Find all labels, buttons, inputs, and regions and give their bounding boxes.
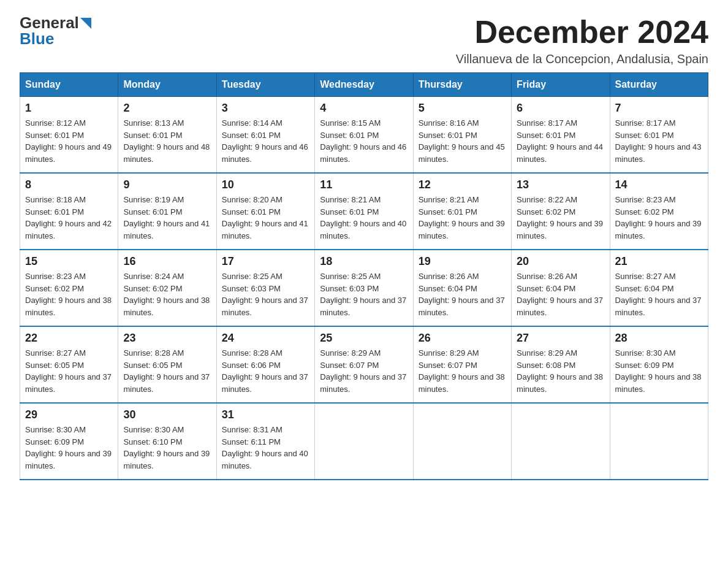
day-number: 14 [615, 178, 703, 191]
day-info: Sunrise: 8:24 AMSunset: 6:02 PMDaylight:… [123, 270, 211, 318]
calendar-week-row: 29Sunrise: 8:30 AMSunset: 6:09 PMDayligh… [20, 403, 708, 480]
day-info: Sunrise: 8:26 AMSunset: 6:04 PMDaylight:… [419, 270, 506, 318]
day-number: 23 [123, 332, 211, 345]
calendar-cell: 26Sunrise: 8:29 AMSunset: 6:07 PMDayligh… [413, 326, 511, 403]
day-info: Sunrise: 8:17 AMSunset: 6:01 PMDaylight:… [615, 117, 703, 165]
calendar-cell: 3Sunrise: 8:14 AMSunset: 6:01 PMDaylight… [216, 97, 314, 174]
day-number: 18 [320, 255, 408, 268]
calendar-cell: 12Sunrise: 8:21 AMSunset: 6:01 PMDayligh… [413, 173, 511, 250]
day-number: 29 [25, 408, 113, 421]
calendar-week-row: 15Sunrise: 8:23 AMSunset: 6:02 PMDayligh… [20, 250, 708, 326]
calendar-cell: 5Sunrise: 8:16 AMSunset: 6:01 PMDaylight… [413, 97, 511, 174]
calendar-cell: 15Sunrise: 8:23 AMSunset: 6:02 PMDayligh… [20, 250, 118, 326]
weekday-header-wednesday: Wednesday [315, 73, 413, 97]
weekday-header-row: SundayMondayTuesdayWednesdayThursdayFrid… [20, 73, 708, 97]
day-info: Sunrise: 8:18 AMSunset: 6:01 PMDaylight:… [25, 194, 113, 242]
title-area: December 2024 Villanueva de la Concepcio… [456, 15, 708, 66]
calendar-cell: 9Sunrise: 8:19 AMSunset: 6:01 PMDaylight… [118, 173, 216, 250]
day-info: Sunrise: 8:30 AMSunset: 6:10 PMDaylight:… [123, 424, 211, 472]
day-number: 19 [419, 255, 506, 268]
day-number: 5 [419, 102, 506, 115]
day-info: Sunrise: 8:21 AMSunset: 6:01 PMDaylight:… [419, 194, 506, 242]
weekday-header-tuesday: Tuesday [216, 73, 314, 97]
day-info: Sunrise: 8:16 AMSunset: 6:01 PMDaylight:… [419, 117, 506, 165]
day-number: 30 [123, 408, 211, 421]
day-number: 4 [320, 102, 408, 115]
calendar-cell [413, 403, 511, 480]
calendar-cell: 11Sunrise: 8:21 AMSunset: 6:01 PMDayligh… [315, 173, 413, 250]
day-number: 20 [517, 255, 604, 268]
day-info: Sunrise: 8:27 AMSunset: 6:05 PMDaylight:… [25, 347, 113, 395]
day-info: Sunrise: 8:29 AMSunset: 6:07 PMDaylight:… [419, 347, 506, 395]
calendar-cell: 17Sunrise: 8:25 AMSunset: 6:03 PMDayligh… [216, 250, 314, 326]
day-info: Sunrise: 8:26 AMSunset: 6:04 PMDaylight:… [517, 270, 604, 318]
day-info: Sunrise: 8:21 AMSunset: 6:01 PMDaylight:… [320, 194, 408, 242]
svg-marker-0 [80, 18, 91, 29]
calendar-cell: 25Sunrise: 8:29 AMSunset: 6:07 PMDayligh… [315, 326, 413, 403]
logo-general: General [20, 15, 79, 31]
day-info: Sunrise: 8:17 AMSunset: 6:01 PMDaylight:… [517, 117, 604, 165]
weekday-header-friday: Friday [512, 73, 610, 97]
day-number: 21 [615, 255, 703, 268]
day-number: 1 [25, 102, 113, 115]
calendar-header: SundayMondayTuesdayWednesdayThursdayFrid… [20, 73, 708, 97]
header: General Blue December 2024 Villanueva de… [20, 15, 708, 66]
calendar-cell: 14Sunrise: 8:23 AMSunset: 6:02 PMDayligh… [610, 173, 708, 250]
calendar-cell: 31Sunrise: 8:31 AMSunset: 6:11 PMDayligh… [216, 403, 314, 480]
calendar-week-row: 22Sunrise: 8:27 AMSunset: 6:05 PMDayligh… [20, 326, 708, 403]
day-info: Sunrise: 8:25 AMSunset: 6:03 PMDaylight:… [222, 270, 309, 318]
day-info: Sunrise: 8:22 AMSunset: 6:02 PMDaylight:… [517, 194, 604, 242]
day-number: 22 [25, 332, 113, 345]
day-number: 13 [517, 178, 604, 191]
day-number: 25 [320, 332, 408, 345]
weekday-header-sunday: Sunday [20, 73, 118, 97]
calendar-body: 1Sunrise: 8:12 AMSunset: 6:01 PMDaylight… [20, 97, 708, 480]
day-info: Sunrise: 8:29 AMSunset: 6:07 PMDaylight:… [320, 347, 408, 395]
day-info: Sunrise: 8:25 AMSunset: 6:03 PMDaylight:… [320, 270, 408, 318]
day-info: Sunrise: 8:30 AMSunset: 6:09 PMDaylight:… [615, 347, 703, 395]
day-info: Sunrise: 8:20 AMSunset: 6:01 PMDaylight:… [222, 194, 309, 242]
calendar-cell: 19Sunrise: 8:26 AMSunset: 6:04 PMDayligh… [413, 250, 511, 326]
calendar-cell: 16Sunrise: 8:24 AMSunset: 6:02 PMDayligh… [118, 250, 216, 326]
calendar-cell: 7Sunrise: 8:17 AMSunset: 6:01 PMDaylight… [610, 97, 708, 174]
day-number: 31 [222, 408, 309, 421]
calendar-cell: 28Sunrise: 8:30 AMSunset: 6:09 PMDayligh… [610, 326, 708, 403]
calendar-cell: 13Sunrise: 8:22 AMSunset: 6:02 PMDayligh… [512, 173, 610, 250]
calendar-cell: 23Sunrise: 8:28 AMSunset: 6:05 PMDayligh… [118, 326, 216, 403]
calendar-week-row: 8Sunrise: 8:18 AMSunset: 6:01 PMDaylight… [20, 173, 708, 250]
day-number: 10 [222, 178, 309, 191]
day-info: Sunrise: 8:30 AMSunset: 6:09 PMDaylight:… [25, 424, 113, 472]
day-number: 12 [419, 178, 506, 191]
calendar-cell: 24Sunrise: 8:28 AMSunset: 6:06 PMDayligh… [216, 326, 314, 403]
logo-flag-icon [80, 18, 91, 29]
calendar-cell: 29Sunrise: 8:30 AMSunset: 6:09 PMDayligh… [20, 403, 118, 480]
calendar-cell: 20Sunrise: 8:26 AMSunset: 6:04 PMDayligh… [512, 250, 610, 326]
day-number: 15 [25, 255, 113, 268]
day-info: Sunrise: 8:19 AMSunset: 6:01 PMDaylight:… [123, 194, 211, 242]
day-info: Sunrise: 8:13 AMSunset: 6:01 PMDaylight:… [123, 117, 211, 165]
day-info: Sunrise: 8:31 AMSunset: 6:11 PMDaylight:… [222, 424, 309, 472]
calendar-cell: 10Sunrise: 8:20 AMSunset: 6:01 PMDayligh… [216, 173, 314, 250]
calendar-cell: 8Sunrise: 8:18 AMSunset: 6:01 PMDaylight… [20, 173, 118, 250]
calendar-cell: 21Sunrise: 8:27 AMSunset: 6:04 PMDayligh… [610, 250, 708, 326]
calendar-cell [512, 403, 610, 480]
calendar-cell: 2Sunrise: 8:13 AMSunset: 6:01 PMDaylight… [118, 97, 216, 174]
day-number: 26 [419, 332, 506, 345]
day-info: Sunrise: 8:27 AMSunset: 6:04 PMDaylight:… [615, 270, 703, 318]
day-info: Sunrise: 8:28 AMSunset: 6:06 PMDaylight:… [222, 347, 309, 395]
month-title: December 2024 [456, 15, 708, 50]
day-number: 7 [615, 102, 703, 115]
day-info: Sunrise: 8:15 AMSunset: 6:01 PMDaylight:… [320, 117, 408, 165]
day-number: 11 [320, 178, 408, 191]
day-number: 2 [123, 102, 211, 115]
calendar-cell [610, 403, 708, 480]
calendar-cell: 30Sunrise: 8:30 AMSunset: 6:10 PMDayligh… [118, 403, 216, 480]
day-number: 16 [123, 255, 211, 268]
calendar-cell [315, 403, 413, 480]
logo-blue: Blue [20, 31, 54, 47]
day-info: Sunrise: 8:29 AMSunset: 6:08 PMDaylight:… [517, 347, 604, 395]
day-number: 24 [222, 332, 309, 345]
calendar-cell: 6Sunrise: 8:17 AMSunset: 6:01 PMDaylight… [512, 97, 610, 174]
day-number: 27 [517, 332, 604, 345]
logo: General Blue [20, 15, 91, 47]
